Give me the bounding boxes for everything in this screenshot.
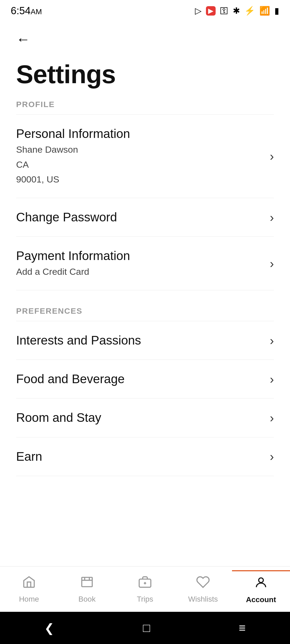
account-icon xyxy=(254,576,268,593)
payment-information-content: Payment Information Add a Credit Card xyxy=(16,248,270,278)
page-title: Settings xyxy=(16,60,274,89)
personal-information-title: Personal Information xyxy=(16,126,270,141)
interests-passions-item[interactable]: Interests and Passions › xyxy=(16,321,274,360)
bluetooth-icon: ✱ xyxy=(233,6,240,16)
wishlists-icon xyxy=(196,575,210,592)
food-beverage-content: Food and Beverage xyxy=(16,372,270,386)
bottom-nav: Home Book Trips xyxy=(0,566,290,612)
preferences-menu-list: Interests and Passions › Food and Bevera… xyxy=(16,321,274,476)
wifi-icon: 📶 xyxy=(259,6,270,16)
payment-information-item[interactable]: Payment Information Add a Credit Card › xyxy=(16,237,274,290)
back-area[interactable]: ← xyxy=(0,21,290,52)
earn-title: Earn xyxy=(16,449,270,464)
android-home-button[interactable]: □ xyxy=(143,621,150,635)
food-beverage-title: Food and Beverage xyxy=(16,372,270,386)
profile-menu-list: Personal Information Shane Dawson CA 900… xyxy=(16,114,274,290)
page-title-area: Settings xyxy=(0,52,290,100)
status-time: 6:54AM xyxy=(11,5,42,17)
interests-passions-title: Interests and Passions xyxy=(16,333,270,348)
change-password-item[interactable]: Change Password › xyxy=(16,198,274,237)
nav-account[interactable]: Account xyxy=(232,570,290,608)
svg-point-7 xyxy=(259,578,263,582)
trips-icon xyxy=(138,575,152,592)
room-stay-title: Room and Stay xyxy=(16,410,270,425)
payment-information-subtitle: Add a Credit Card xyxy=(16,265,270,278)
camera-icon: ▷ xyxy=(195,6,202,16)
room-stay-content: Room and Stay xyxy=(16,410,270,425)
key-icon: ⚿ xyxy=(220,6,229,16)
preferences-section-label: PREFERENCES xyxy=(16,306,274,316)
nav-wishlists[interactable]: Wishlists xyxy=(174,571,232,608)
change-password-content: Change Password xyxy=(16,210,270,225)
earn-content: Earn xyxy=(16,449,270,464)
android-nav-bar: ❮ □ ≡ xyxy=(0,612,290,644)
nav-book-label: Book xyxy=(78,595,96,603)
personal-information-chevron: › xyxy=(270,149,274,163)
food-beverage-item[interactable]: Food and Beverage › xyxy=(16,360,274,398)
personal-information-name: Shane Dawson xyxy=(16,143,270,156)
android-menu-button[interactable]: ≡ xyxy=(239,621,246,635)
android-back-button[interactable]: ❮ xyxy=(44,621,54,635)
nav-home[interactable]: Home xyxy=(0,571,58,608)
book-icon xyxy=(80,575,94,592)
personal-information-zip: 90001, US xyxy=(16,173,270,186)
nav-book[interactable]: Book xyxy=(58,571,116,608)
nav-trips-label: Trips xyxy=(137,595,153,603)
record-icon: ▶ xyxy=(206,6,216,16)
back-button[interactable]: ← xyxy=(16,31,30,47)
food-beverage-chevron: › xyxy=(270,372,274,386)
personal-information-state: CA xyxy=(16,158,270,171)
status-icons: ▷ ▶ ⚿ ✱ ⚡ 📶 ▮ xyxy=(195,6,279,16)
nav-trips[interactable]: Trips xyxy=(116,571,174,608)
earn-item[interactable]: Earn › xyxy=(16,437,274,476)
bolt-icon: ⚡ xyxy=(244,6,255,16)
nav-home-label: Home xyxy=(19,595,39,603)
interests-passions-chevron: › xyxy=(270,333,274,348)
battery-icon: ▮ xyxy=(274,6,279,16)
home-icon xyxy=(22,575,36,592)
personal-information-content: Personal Information Shane Dawson CA 900… xyxy=(16,126,270,186)
nav-wishlists-label: Wishlists xyxy=(188,595,218,603)
interests-passions-content: Interests and Passions xyxy=(16,333,270,348)
payment-information-title: Payment Information xyxy=(16,248,270,263)
earn-chevron: › xyxy=(270,449,274,464)
profile-section: PROFILE Personal Information Shane Dawso… xyxy=(0,100,290,290)
change-password-title: Change Password xyxy=(16,210,270,225)
personal-information-item[interactable]: Personal Information Shane Dawson CA 900… xyxy=(16,114,274,198)
profile-section-label: PROFILE xyxy=(16,100,274,109)
change-password-chevron: › xyxy=(270,210,274,225)
nav-account-label: Account xyxy=(246,595,276,604)
preferences-section: PREFERENCES Interests and Passions › Foo… xyxy=(0,306,290,476)
payment-information-chevron: › xyxy=(270,256,274,271)
svg-rect-0 xyxy=(82,577,92,587)
room-stay-item[interactable]: Room and Stay › xyxy=(16,398,274,437)
status-bar: 6:54AM ▷ ▶ ⚿ ✱ ⚡ 📶 ▮ xyxy=(0,0,290,21)
room-stay-chevron: › xyxy=(270,411,274,425)
